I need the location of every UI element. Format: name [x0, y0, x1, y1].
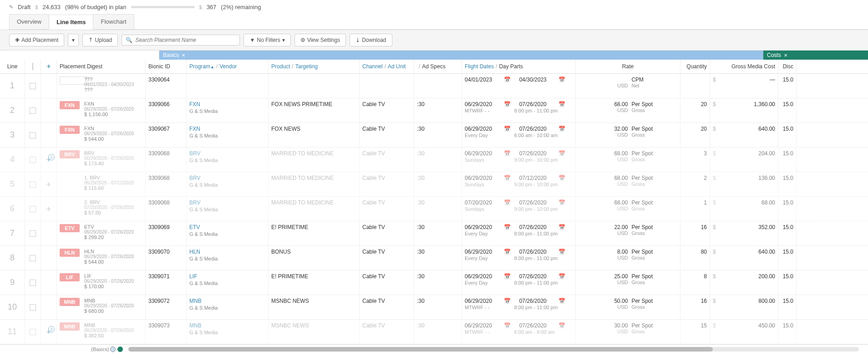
calendar-icon[interactable]: 📅: [558, 175, 565, 181]
adspec-cell[interactable]: :30: [414, 172, 462, 196]
checkbox-icon[interactable]: [30, 107, 36, 114]
gmc-cell[interactable]: $68.00: [710, 197, 778, 221]
discount-cell[interactable]: 15.0: [778, 74, 797, 98]
program-link[interactable]: LIF: [189, 273, 265, 280]
table-row[interactable]: 8HLNHLN06/29/2020 - 07/26/2020$ 544.0033…: [0, 246, 868, 270]
product-cell[interactable]: [269, 74, 360, 98]
program-vendor-cell[interactable]: ETVG & S Media: [187, 221, 269, 245]
header-rate[interactable]: Rate: [576, 60, 680, 73]
program-link[interactable]: FXN: [189, 126, 265, 132]
scrollbar-thumb[interactable]: [128, 347, 713, 352]
calendar-icon[interactable]: 📅: [558, 199, 565, 206]
placement-digest-cell[interactable]: LIFLIF06/29/2020 - 07/26/2020$ 170.00: [57, 270, 146, 295]
calendar-icon[interactable]: 📅: [504, 175, 511, 181]
flight-cell[interactable]: 04/01/2023📅 04/30/2023📅: [462, 74, 576, 98]
calendar-icon[interactable]: 📅: [558, 224, 565, 230]
rate-cell[interactable]: 68.00Per SpotUSDGross: [576, 172, 680, 196]
program-vendor-cell[interactable]: LIFG & S Media: [187, 270, 269, 295]
calendar-icon[interactable]: 📅: [558, 126, 565, 132]
download-button[interactable]: ⤓Download: [350, 34, 392, 46]
program-link[interactable]: BRV: [189, 175, 265, 181]
checkbox-icon[interactable]: [30, 181, 36, 188]
header-targeting[interactable]: Targeting: [295, 63, 318, 70]
bionic-id-cell[interactable]: 3309066: [146, 98, 187, 122]
flight-start-date[interactable]: 04/01/2023: [465, 76, 501, 83]
bionic-id-cell[interactable]: 3309068: [146, 197, 187, 221]
rate-cell[interactable]: 68.00Per SpotUSDGross: [576, 98, 680, 122]
adspec-cell[interactable]: :30: [414, 98, 462, 122]
add-placement-button[interactable]: ✚Add Placement: [9, 34, 64, 46]
discount-cell[interactable]: 15.0: [778, 123, 797, 147]
flight-end-date[interactable]: 07/26/2020: [519, 126, 556, 132]
bionic-id-cell[interactable]: 3309070: [146, 246, 187, 270]
flight-cell[interactable]: 06/29/2020📅 07/26/2020📅MTWRF - - 6:00 am…: [462, 320, 576, 344]
flight-end-date[interactable]: 04/30/2023: [519, 76, 556, 83]
band-basics[interactable]: Basics✕: [159, 51, 763, 60]
calendar-icon[interactable]: 📅: [558, 76, 565, 83]
calendar-icon[interactable]: 📅: [504, 76, 511, 83]
program-vendor-cell[interactable]: [187, 74, 269, 98]
calendar-icon[interactable]: 📅: [504, 273, 511, 280]
program-link[interactable]: BRV: [189, 199, 265, 206]
header-adspecs-label[interactable]: Ad Specs: [422, 63, 445, 70]
channel-cell[interactable]: Cable TV: [360, 270, 414, 295]
checkbox-icon[interactable]: [30, 206, 36, 212]
footer-dot-green[interactable]: [117, 347, 123, 352]
search-box[interactable]: 🔍: [122, 35, 240, 46]
checkbox-icon[interactable]: [30, 329, 36, 335]
channel-cell[interactable]: [360, 74, 414, 98]
calendar-icon[interactable]: 📅: [558, 249, 565, 255]
checkbox-icon[interactable]: [30, 83, 36, 89]
table-row[interactable]: 10MNBMNB06/29/2020 - 07/26/2020$ 680.003…: [0, 295, 868, 320]
product-cell[interactable]: FOX NEWS: [269, 123, 360, 147]
rate-cell[interactable]: 22.00Per SpotUSDGross: [576, 221, 680, 245]
product-cell[interactable]: MARRIED TO MEDICINE: [269, 197, 360, 221]
table-row[interactable]: 5✈1. BRV06/29/2020 - 07/12/2020$ 115.603…: [0, 172, 868, 197]
program-link[interactable]: HLN: [189, 249, 265, 255]
tab-line-items[interactable]: Line Items: [49, 15, 93, 30]
quantity-cell[interactable]: [680, 74, 710, 98]
rate-cell[interactable]: CPMUSDNet: [576, 74, 680, 98]
calendar-icon[interactable]: 📅: [558, 273, 565, 280]
discount-cell[interactable]: 15.0: [778, 246, 797, 270]
rate-cell[interactable]: 50.00Per SpotUSDGross: [576, 295, 680, 319]
program-vendor-cell[interactable]: MNBG & S Media: [187, 320, 269, 344]
gmc-cell[interactable]: $—: [710, 74, 778, 98]
quantity-cell[interactable]: 20: [680, 98, 710, 122]
discount-cell[interactable]: 15.0: [778, 148, 797, 172]
flight-start-date[interactable]: 06/29/2020: [465, 273, 501, 280]
rate-cell[interactable]: 30.00Per SpotUSDGross: [576, 320, 680, 344]
calendar-icon[interactable]: 📅: [504, 150, 511, 157]
header-dayparts[interactable]: Day Parts: [499, 63, 523, 70]
bionic-id-cell[interactable]: 3309071: [146, 270, 187, 295]
program-link[interactable]: BRV: [189, 150, 265, 157]
close-icon[interactable]: ✕: [784, 53, 787, 58]
tab-flowchart[interactable]: Flowchart: [93, 14, 134, 29]
quantity-cell[interactable]: 8: [680, 270, 710, 295]
flight-split-icon[interactable]: ✈2: [46, 329, 51, 335]
program-link[interactable]: MNB: [189, 322, 265, 329]
quantity-cell[interactable]: 3: [680, 148, 710, 172]
flight-cell[interactable]: 06/29/2020📅 07/26/2020📅Every Day 6:00 am…: [462, 123, 576, 147]
flight-cell[interactable]: 07/20/2020📅 07/26/2020📅Sundays 9:00 pm -…: [462, 197, 576, 221]
adspec-cell[interactable]: :30: [414, 295, 462, 319]
add-placement-dropdown[interactable]: ▾: [68, 34, 79, 46]
calendar-icon[interactable]: 📅: [558, 150, 565, 157]
horizontal-scrollbar[interactable]: [128, 347, 859, 352]
flight-split-icon[interactable]: ✈2: [46, 157, 51, 163]
checkbox-icon[interactable]: [30, 157, 36, 163]
filters-button[interactable]: ▼No Filters ▾: [244, 34, 290, 46]
gmc-cell[interactable]: $640.00: [710, 123, 778, 147]
program-vendor-cell[interactable]: MNBG & S Media: [187, 295, 269, 319]
placement-digest-cell[interactable]: FXNFXN06/29/2020 - 07/26/2020$ 544.00: [57, 123, 146, 147]
flight-end-date[interactable]: 07/26/2020: [519, 322, 556, 329]
placement-digest-cell[interactable]: BRVBRV06/29/2020 - 07/26/2020$ 173.40: [57, 148, 146, 172]
product-cell[interactable]: MARRIED TO MEDICINE: [269, 148, 360, 172]
placement-digest-cell[interactable]: ETVETV06/29/2020 - 07/26/2020$ 299.20: [57, 221, 146, 245]
header-program[interactable]: Program: [189, 63, 210, 70]
program-link[interactable]: ETV: [189, 224, 265, 230]
product-cell[interactable]: MARRIED TO MEDICINE: [269, 172, 360, 196]
discount-cell[interactable]: 15.0: [778, 197, 797, 221]
calendar-icon[interactable]: 📅: [504, 126, 511, 132]
gmc-cell[interactable]: $136.00: [710, 172, 778, 196]
